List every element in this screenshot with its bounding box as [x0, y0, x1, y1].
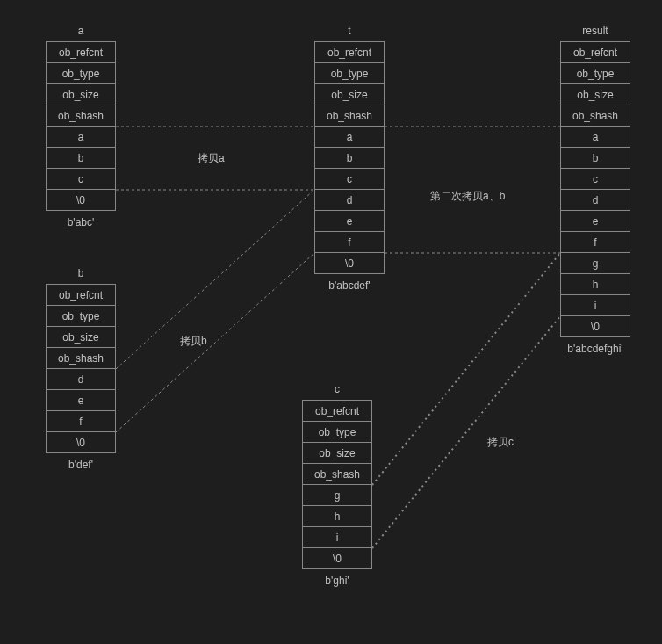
cell: \0 — [46, 431, 116, 453]
cell: c — [560, 168, 630, 190]
cell: b — [560, 147, 630, 169]
cell: ob_shash — [302, 463, 372, 485]
struct-caption: b'abcdefghi' — [560, 343, 630, 355]
cell: \0 — [46, 189, 116, 211]
cell: d — [314, 189, 385, 211]
label-copy-a: 拷贝a — [198, 151, 225, 166]
cell: ob_refcnt — [302, 400, 372, 422]
cell: h — [302, 505, 372, 527]
cell: ob_shash — [560, 105, 630, 127]
cell: f — [560, 231, 630, 253]
cell: ob_refcnt — [46, 41, 116, 63]
cell: ob_type — [314, 62, 385, 84]
struct-a: a ob_refcnt ob_type ob_size ob_shash a b… — [46, 25, 116, 228]
cell: c — [46, 168, 116, 190]
cell: \0 — [560, 315, 630, 337]
struct-c: c ob_refcnt ob_type ob_size ob_shash g h… — [302, 383, 372, 587]
cell: b — [314, 147, 385, 169]
cell: f — [314, 231, 385, 253]
cell: ob_size — [46, 326, 116, 348]
struct-b: b ob_refcnt ob_type ob_size ob_shash d e… — [46, 267, 116, 471]
cell: ob_size — [560, 83, 630, 105]
cell: a — [560, 126, 630, 148]
cell: a — [314, 126, 385, 148]
label-copy-b: 拷贝b — [180, 334, 207, 349]
cell: g — [560, 252, 630, 274]
cell: ob_refcnt — [314, 41, 385, 63]
cell: ob_type — [560, 62, 630, 84]
struct-title: t — [314, 25, 385, 37]
cell: b — [46, 147, 116, 169]
cell: i — [560, 294, 630, 316]
cell: ob_type — [46, 62, 116, 84]
cell: ob_size — [314, 83, 385, 105]
cell: ob_refcnt — [560, 41, 630, 63]
cell: e — [560, 210, 630, 232]
cell: i — [302, 526, 372, 548]
cell: \0 — [314, 252, 385, 274]
struct-t: t ob_refcnt ob_type ob_size ob_shash a b… — [314, 25, 385, 292]
cell: g — [302, 484, 372, 506]
cell: ob_refcnt — [46, 284, 116, 306]
struct-caption: b'abc' — [46, 216, 116, 228]
cell: e — [46, 389, 116, 411]
cell: f — [46, 410, 116, 432]
svg-line-7 — [372, 316, 560, 548]
cell: c — [314, 168, 385, 190]
cell: \0 — [302, 547, 372, 569]
cell: ob_shash — [46, 347, 116, 369]
svg-line-6 — [372, 253, 560, 485]
label-copy-c: 拷贝c — [487, 435, 514, 450]
struct-caption: b'abcdef' — [314, 279, 385, 292]
struct-result: result ob_refcnt ob_type ob_size ob_shas… — [560, 25, 630, 355]
cell: ob_shash — [46, 105, 116, 127]
svg-line-2 — [116, 190, 314, 369]
cell: h — [560, 273, 630, 295]
cell: e — [314, 210, 385, 232]
cell: ob_size — [46, 83, 116, 105]
struct-title: a — [46, 25, 116, 37]
label-copy-ab: 第二次拷贝a、b — [430, 189, 505, 204]
struct-title: b — [46, 267, 116, 279]
cell: ob_size — [302, 442, 372, 464]
cell: ob_shash — [314, 105, 385, 127]
svg-line-3 — [116, 253, 314, 432]
struct-title: result — [560, 25, 630, 37]
cell: ob_type — [46, 305, 116, 327]
struct-title: c — [302, 383, 372, 395]
struct-caption: b'def' — [46, 459, 116, 471]
cell: a — [46, 126, 116, 148]
cell: ob_type — [302, 421, 372, 443]
cell: d — [46, 368, 116, 390]
struct-caption: b'ghi' — [302, 575, 372, 587]
cell: d — [560, 189, 630, 211]
